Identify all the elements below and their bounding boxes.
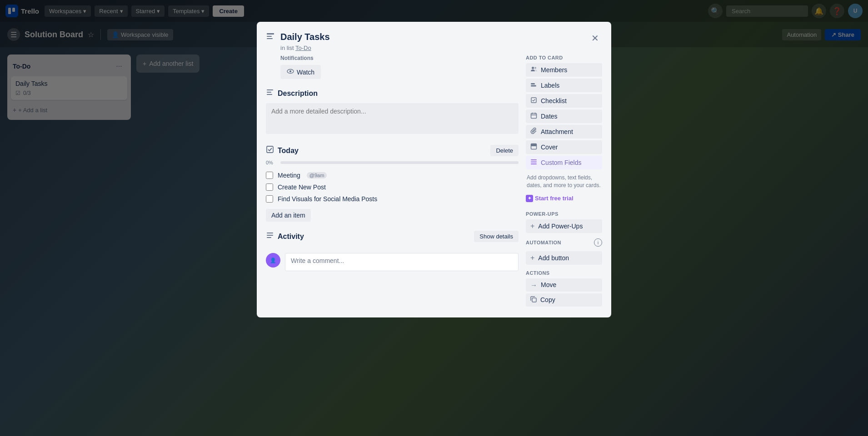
attachment-button[interactable]: Attachment — [526, 125, 602, 139]
add-power-ups-button[interactable]: + Add Power-Ups — [526, 219, 602, 233]
close-icon: ✕ — [591, 33, 599, 44]
eye-icon — [287, 68, 294, 76]
checklist-header-row: Today Delete — [266, 145, 519, 156]
members-button[interactable]: Members — [526, 63, 602, 77]
labels-icon — [530, 81, 537, 89]
user-comment-avatar: 👤 — [266, 253, 280, 268]
modal-main: Notifications Watch — [266, 55, 526, 308]
modal-title-section: Daily Tasks in list To-Do — [280, 31, 582, 51]
members-icon — [530, 66, 537, 74]
svg-rect-24 — [531, 144, 537, 147]
checklist-title: Today — [278, 147, 299, 155]
svg-rect-27 — [531, 164, 537, 164]
cover-button[interactable]: Cover — [526, 140, 602, 154]
checklist-item-text-1: Meeting — [278, 172, 300, 179]
svg-rect-4 — [267, 38, 273, 39]
svg-rect-25 — [531, 159, 537, 160]
svg-rect-13 — [267, 237, 271, 238]
comment-input[interactable]: Write a comment... — [285, 253, 519, 271]
description-icon — [266, 88, 274, 99]
svg-rect-19 — [531, 114, 537, 119]
add-to-card-label: Add to card — [526, 55, 602, 60]
progress-row: 0% — [266, 160, 519, 165]
show-details-button[interactable]: Show details — [474, 231, 519, 242]
checklist-header: Today — [266, 145, 299, 156]
automation-header: Automation i — [526, 238, 602, 247]
add-button-button[interactable]: + Add button — [526, 251, 602, 265]
plus-icon: + — [530, 254, 534, 262]
svg-rect-9 — [267, 94, 272, 95]
actions-section: Actions → Move Copy — [526, 268, 602, 307]
modal-body: Notifications Watch — [257, 55, 611, 317]
checklist-checkbox-2[interactable] — [266, 183, 273, 191]
attachment-icon — [530, 128, 537, 136]
checklist-sidebar-icon — [530, 97, 537, 105]
svg-rect-28 — [532, 298, 536, 302]
card-header-icon — [266, 32, 275, 43]
svg-rect-11 — [267, 233, 273, 233]
progress-bar-background — [280, 161, 519, 164]
trial-icon: ✦ — [526, 195, 533, 202]
activity-section: Activity Show details 👤 Write a comment.… — [266, 231, 519, 271]
description-input[interactable] — [266, 103, 519, 134]
modal-close-button[interactable]: ✕ — [588, 31, 602, 45]
automation-info-icon[interactable]: i — [594, 238, 602, 247]
actions-label: Actions — [526, 270, 602, 276]
svg-point-14 — [532, 67, 534, 69]
move-button[interactable]: → Move — [526, 278, 602, 292]
svg-point-15 — [534, 67, 536, 69]
comment-row: 👤 Write a comment... — [266, 253, 519, 271]
checklist-checkbox-3[interactable] — [266, 195, 273, 203]
delete-checklist-button[interactable]: Delete — [490, 145, 519, 156]
copy-button[interactable]: Copy — [526, 293, 602, 307]
power-ups-section: Power-Ups + Add Power-Ups — [526, 208, 602, 233]
checklist-checkbox-1[interactable] — [266, 172, 273, 179]
description-title: Description — [278, 89, 318, 98]
checklist-item-text-2: Create New Post — [278, 183, 326, 191]
start-free-trial-button[interactable]: ✦ Start free trial — [526, 193, 574, 204]
svg-point-6 — [289, 70, 291, 72]
svg-rect-17 — [531, 85, 536, 87]
labels-button[interactable]: Labels — [526, 79, 602, 92]
modal-subtitle: in list To-Do — [280, 45, 582, 51]
modal-sidebar: Add to card Members — [526, 55, 602, 308]
custom-fields-description: Add dropdowns, text fields, dates, and m… — [526, 174, 602, 189]
checklist-item-2: Create New Post — [266, 182, 519, 193]
checklist-item-3: Find Visuals for Social Media Posts — [266, 193, 519, 204]
custom-fields-button[interactable]: Custom Fields — [526, 156, 602, 169]
svg-rect-8 — [267, 92, 271, 93]
svg-rect-26 — [531, 162, 537, 163]
dates-button[interactable]: Dates — [526, 109, 602, 123]
move-icon: → — [530, 281, 537, 289]
modal-overlay[interactable]: Daily Tasks in list To-Do ✕ Notification… — [0, 0, 868, 436]
modal-card-title[interactable]: Daily Tasks — [280, 31, 582, 43]
automation-label: Automation — [526, 240, 561, 245]
svg-rect-2 — [267, 33, 274, 35]
card-modal: Daily Tasks in list To-Do ✕ Notification… — [257, 22, 611, 317]
checklist-item-1: Meeting @9am — [266, 170, 519, 181]
watch-button[interactable]: Watch — [280, 65, 321, 79]
svg-rect-7 — [267, 89, 273, 90]
svg-rect-16 — [531, 83, 535, 84]
cover-icon — [530, 143, 537, 151]
modal-header: Daily Tasks in list To-Do ✕ — [257, 22, 611, 55]
activity-title: Activity — [278, 233, 304, 241]
checklist-section: Today Delete 0% — [266, 145, 519, 222]
checklist-item-tag-1: @9am — [307, 172, 327, 178]
svg-rect-10 — [267, 146, 273, 153]
checklist-icon — [266, 145, 274, 156]
power-ups-label: Power-Ups — [526, 211, 602, 217]
copy-icon — [530, 296, 537, 304]
add-item-button[interactable]: Add an item — [266, 209, 311, 222]
description-section: Description — [266, 88, 519, 136]
list-link[interactable]: To-Do — [295, 45, 311, 51]
checklist-button[interactable]: Checklist — [526, 94, 602, 108]
activity-icon — [266, 231, 274, 242]
checklist-item-text-3: Find Visuals for Social Media Posts — [278, 195, 377, 203]
svg-rect-3 — [267, 36, 272, 37]
notifications-label: Notifications — [280, 55, 519, 61]
description-header: Description — [266, 88, 519, 99]
activity-header: Activity — [266, 231, 304, 242]
dates-icon — [530, 112, 537, 120]
plus-icon: + — [530, 222, 534, 230]
